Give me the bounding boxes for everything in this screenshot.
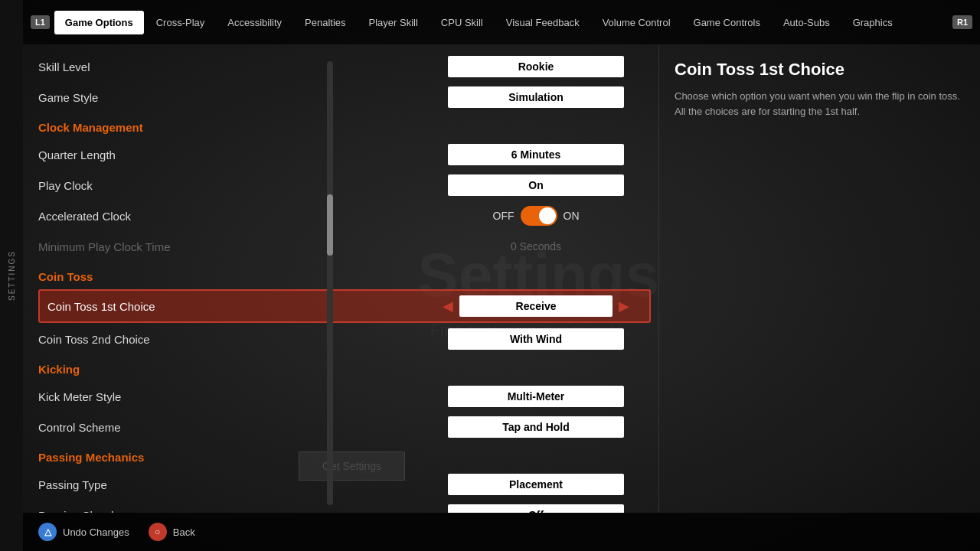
l1-badge: L1 [31,15,50,29]
tab-player-skill[interactable]: Player Skill [358,11,429,34]
coin-toss-1st-row[interactable]: Coin Toss 1st Choice ◀ Receive ▶ [38,289,651,323]
accelerated-clock-on-label: ON [564,210,580,222]
tab-volume-control[interactable]: Volume Control [592,11,681,34]
control-scheme-value-container: Tap and Hold [421,416,651,438]
skill-level-label: Skill Level [38,60,421,73]
back-button[interactable]: ○ Back [149,523,195,541]
quarter-length-value[interactable]: 6 Minutes [448,144,624,165]
tab-game-options[interactable]: Game Options [54,11,144,34]
coin-toss-1st-value-container: ◀ Receive ▶ [423,295,649,317]
coin-toss-2nd-value[interactable]: With Wind [448,328,624,350]
accelerated-clock-toggle-container: OFF ON [421,206,651,226]
skill-level-value[interactable]: Rookie [448,56,624,77]
min-play-clock-row: Minimum Play Clock Time 0 Seconds [38,232,651,261]
passing-slowdown-value[interactable]: Off [448,504,624,513]
scroll-thumb [327,194,333,256]
min-play-clock-value-container: 0 Seconds [421,236,651,257]
coin-toss-1st-value: Receive [459,295,612,317]
accelerated-clock-toggle[interactable] [521,206,557,226]
kick-meter-label: Kick Meter Style [38,390,421,403]
passing-slowdown-value-container: Off [421,504,651,513]
passing-type-value-container: Placement [421,474,651,495]
kick-meter-value-container: Multi-Meter [421,386,651,407]
accelerated-clock-label: Accelerated Clock [38,210,421,223]
play-clock-label: Play Clock [38,179,421,192]
kicking-header: Kicking [38,360,651,379]
play-clock-value[interactable]: On [448,174,624,196]
accelerated-clock-knob [539,207,556,224]
back-label: Back [173,527,195,538]
game-style-label: Game Style [38,91,421,104]
kick-meter-value[interactable]: Multi-Meter [448,386,624,407]
right-panel-desc: Choose which option you want when you wi… [675,89,965,119]
tab-penalties[interactable]: Penalties [294,11,356,34]
coin-toss-1st-label: Coin Toss 1st Choice [40,300,423,313]
right-panel: Coin Toss 1st Choice Choose which option… [658,44,980,513]
min-play-clock-value: 0 Seconds [448,236,624,257]
passing-type-label: Passing Type [38,478,421,491]
undo-label: Undo Changes [63,527,129,538]
quarter-length-value-container: 6 Minutes [421,144,651,165]
clock-management-header: Clock Management [38,118,651,137]
tab-cpu-skill[interactable]: CPU Skill [430,11,494,34]
right-panel-title: Coin Toss 1st Choice [675,60,965,80]
skill-level-row: Skill Level Rookie [38,52,651,81]
back-badge: ○ [149,523,167,541]
top-nav: L1 Game Options Cross-Play Accessibility… [23,0,980,44]
passing-slowdown-row: Passing Slowdown Off [38,500,651,513]
min-play-clock-label: Minimum Play Clock Time [38,240,421,253]
main-content: Skill Level Rookie Game Style Simulation… [23,44,666,513]
game-style-value[interactable]: Simulation [448,86,624,108]
coin-toss-2nd-row: Coin Toss 2nd Choice With Wind [38,324,651,354]
tab-cross-play[interactable]: Cross-Play [145,11,216,34]
control-scheme-value[interactable]: Tap and Hold [448,416,624,438]
undo-badge: △ [38,523,57,541]
passing-type-value[interactable]: Placement [448,474,624,495]
scrollbar[interactable] [327,61,333,505]
game-style-value-container: Simulation [421,86,651,108]
coin-toss-2nd-label: Coin Toss 2nd Choice [38,333,421,346]
passing-mechanics-header: Passing Mechanics [38,448,651,467]
coin-toss-1st-right-arrow[interactable]: ▶ [619,298,629,315]
skill-level-value-container: Rookie [421,56,651,77]
passing-type-row: Passing Type Placement [38,470,651,499]
coin-toss-2nd-value-container: With Wind [421,328,651,350]
game-style-row: Game Style Simulation [38,83,651,112]
play-clock-value-container: On [421,174,651,196]
accelerated-clock-row: Accelerated Clock OFF ON [38,201,651,230]
tab-auto-subs[interactable]: Auto-Subs [773,11,841,34]
accelerated-clock-off-label: OFF [493,210,514,222]
coin-toss-1st-left-arrow[interactable]: ◀ [443,298,453,315]
side-label: SETTINGS [0,0,23,551]
bottom-bar: △ Undo Changes ○ Back [23,513,980,551]
control-scheme-label: Control Scheme [38,421,421,434]
tab-visual-feedback[interactable]: Visual Feedback [495,11,590,34]
side-label-text: SETTINGS [8,250,16,301]
accelerated-clock-toggle-group: OFF ON [493,206,580,226]
quarter-length-row: Quarter Length 6 Minutes [38,140,651,169]
tab-game-controls[interactable]: Game Controls [683,11,771,34]
r1-badge: R1 [952,15,972,29]
play-clock-row: Play Clock On [38,171,651,200]
tab-graphics[interactable]: Graphics [842,11,903,34]
kick-meter-row: Kick Meter Style Multi-Meter [38,382,651,411]
undo-changes-button[interactable]: △ Undo Changes [38,523,129,541]
tab-accessibility[interactable]: Accessibility [217,11,292,34]
coin-toss-header: Coin Toss [38,267,651,286]
quarter-length-label: Quarter Length [38,148,421,161]
control-scheme-row: Control Scheme Tap and Hold [38,412,651,442]
